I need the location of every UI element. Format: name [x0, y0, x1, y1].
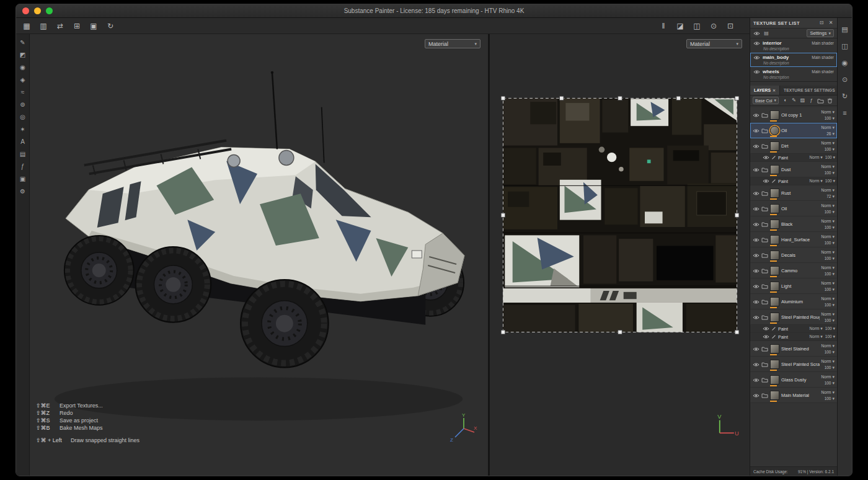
layer-thumbnail[interactable]	[770, 282, 779, 291]
layer-opacity-select[interactable]: 100▾	[825, 272, 835, 277]
layer-opacity-select[interactable]: 100▾	[825, 256, 835, 261]
display-settings-panel-icon[interactable]: ◫	[841, 41, 849, 51]
shelf-panel-icon[interactable]: ▤	[841, 24, 849, 34]
layer-thumbnail[interactable]	[770, 110, 779, 120]
layer-opacity-select[interactable]: 100▾	[825, 303, 835, 308]
shader-settings-panel-icon[interactable]: ◉	[841, 58, 849, 68]
navigation-gizmo-2d[interactable]: V U	[711, 412, 740, 442]
properties-panel-icon[interactable]: ≡	[841, 108, 849, 118]
texture-set-row[interactable]: main_bodyMain shaderNo description	[750, 53, 837, 67]
layer-row[interactable]: BlackNorm▾100▾	[750, 216, 837, 232]
layer-opacity-select[interactable]: 72▾	[826, 194, 835, 199]
layer-blend-select[interactable]: Norm▾	[822, 250, 835, 255]
texture-set-row[interactable]: interriorMain shaderNo description	[750, 38, 837, 53]
layer-visibility-icon[interactable]	[753, 378, 760, 383]
layer-row[interactable]: Hard_SurfaceNorm▾100▾	[750, 232, 837, 247]
layer-visibility-icon[interactable]	[753, 191, 760, 196]
layer-row[interactable]: Steel Painted Roug...Norm▾100▾	[750, 309, 837, 325]
settings-dropdown[interactable]: Settings ▾	[807, 29, 834, 37]
paint-tool-icon[interactable]: ✎	[19, 39, 27, 47]
minimize-window-button[interactable]	[34, 7, 41, 14]
layer-visibility-icon[interactable]	[753, 347, 760, 352]
main-menu-grid-icon[interactable]: ▦	[22, 21, 31, 31]
layer-effect-row[interactable]: PaintNorm ▾100 ▾	[750, 154, 837, 162]
layer-row[interactable]: DirtNorm▾100▾	[750, 138, 837, 154]
layer-effect-row[interactable]: PaintNorm ▾100 ▾	[750, 325, 837, 333]
layer-opacity-select[interactable]: 100▾	[825, 225, 835, 230]
layer-thumbnail[interactable]	[770, 391, 779, 400]
effect-opacity-select[interactable]: 100 ▾	[825, 334, 835, 339]
display-mode-icon[interactable]: ◫	[693, 21, 701, 31]
layer-opacity-select[interactable]: 26▾	[826, 131, 835, 136]
layer-blend-select[interactable]: Norm▾	[822, 125, 835, 130]
effect-visibility-icon[interactable]	[763, 326, 769, 331]
layer-opacity-select[interactable]: 100▾	[825, 116, 835, 121]
display-settings-icon[interactable]: ▣	[19, 176, 27, 183]
close-panel-icon[interactable]: ✕	[828, 20, 834, 26]
layer-row[interactable]: DustNorm▾100▾	[750, 162, 837, 177]
layer-opacity-select[interactable]: 100▾	[825, 396, 835, 401]
layer-thumbnail[interactable]	[770, 360, 779, 369]
layer-row[interactable]: Steel StainedNorm▾100▾	[750, 341, 837, 357]
effect-opacity-select[interactable]: 100 ▾	[825, 155, 835, 160]
layer-visibility-icon[interactable]	[753, 253, 760, 258]
texture-set-visibility-icon[interactable]	[753, 55, 760, 60]
viewport-3d-mode-select[interactable]: Material ▾	[425, 39, 480, 48]
layer-visibility-icon[interactable]	[753, 300, 760, 304]
add-mask-icon[interactable]: ◐	[782, 97, 788, 104]
layer-thumbnail[interactable]	[770, 141, 779, 151]
layer-blend-select[interactable]: Norm▾	[822, 265, 835, 270]
layer-row[interactable]: OilNorm▾100▾	[750, 201, 837, 216]
texture-set-visibility-icon[interactable]	[753, 69, 760, 74]
add-fill-layer-icon[interactable]: ▨	[800, 97, 805, 104]
layer-visibility-icon[interactable]	[753, 362, 760, 367]
pause-engine-icon[interactable]: ‖	[659, 21, 668, 31]
layer-row[interactable]: RustNorm▾72▾	[750, 185, 837, 201]
history-panel-icon[interactable]: ↻	[841, 91, 849, 101]
layer-visibility-icon[interactable]	[753, 393, 760, 398]
layer-row[interactable]: Steel Painted Scra...Norm▾100▾	[750, 357, 837, 372]
uv-texture-image[interactable]	[496, 91, 744, 339]
layer-row[interactable]: AluminiumNorm▾100▾	[750, 294, 837, 309]
viewport-2d-mode-select[interactable]: Material ▾	[686, 39, 742, 48]
layer-visibility-icon[interactable]	[753, 128, 760, 133]
fx-icon[interactable]: ƒ	[19, 163, 27, 171]
effect-blend-select[interactable]: Norm ▾	[810, 179, 823, 184]
layer-blend-select[interactable]: Norm▾	[822, 390, 835, 395]
layer-effect-row[interactable]: PaintNorm ▾100 ▾	[750, 177, 837, 185]
screenshot-camera-icon[interactable]: ⊡	[726, 21, 735, 31]
layer-blend-select[interactable]: Norm▾	[822, 110, 835, 115]
effect-blend-select[interactable]: Norm ▾	[810, 326, 823, 331]
layer-blend-select[interactable]: Norm▾	[822, 219, 835, 224]
iray-render-icon[interactable]: ◪	[676, 21, 684, 31]
layer-thumbnail[interactable]	[770, 344, 779, 353]
layer-visibility-icon[interactable]	[753, 269, 760, 273]
viewport-3d[interactable]: Material ▾ ⇧⌘EExport Textures...⇧⌘ZRedo⇧…	[30, 34, 488, 476]
projection-tool-icon[interactable]: ◉	[19, 64, 27, 71]
effect-visibility-icon[interactable]	[763, 179, 769, 184]
layer-blend-select[interactable]: Norm▾	[822, 164, 835, 169]
layer-row[interactable]: CammoNorm▾100▾	[750, 263, 837, 278]
layer-opacity-select[interactable]: 100▾	[825, 318, 835, 323]
layer-visibility-icon[interactable]	[753, 207, 760, 211]
layer-thumbnail[interactable]	[770, 126, 779, 135]
effect-visibility-icon[interactable]	[763, 155, 769, 160]
layer-opacity-select[interactable]: 100▾	[825, 365, 835, 370]
layer-thumbnail[interactable]	[770, 189, 779, 198]
camera-settings-panel-icon[interactable]: ⊙	[841, 74, 849, 84]
layer-opacity-select[interactable]: 100▾	[825, 171, 835, 176]
single-channel-icon[interactable]: ⊙	[709, 21, 718, 31]
layer-visibility-icon[interactable]	[753, 315, 760, 320]
zoom-window-button[interactable]	[46, 7, 53, 14]
layer-thumbnail[interactable]	[770, 297, 779, 306]
layer-visibility-icon[interactable]	[753, 284, 760, 289]
layer-visibility-icon[interactable]	[753, 222, 760, 227]
layer-blend-select[interactable]: Norm▾	[822, 234, 835, 239]
snap-icon[interactable]: ⊞	[73, 21, 81, 31]
effect-blend-select[interactable]: Norm ▾	[810, 334, 823, 339]
layer-thumbnail[interactable]	[770, 220, 779, 229]
layer-opacity-select[interactable]: 100▾	[825, 147, 835, 152]
layer-effect-row[interactable]: PaintNorm ▾100 ▾	[750, 333, 837, 341]
text-resource-icon[interactable]: A	[19, 138, 27, 146]
layer-blend-select[interactable]: Norm▾	[822, 203, 835, 208]
